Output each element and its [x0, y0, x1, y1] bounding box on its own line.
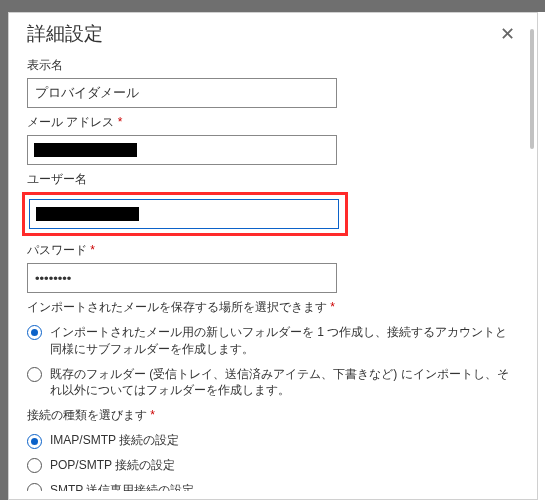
- radio-icon: [27, 325, 42, 340]
- store-option-label: インポートされたメール用の新しいフォルダーを 1 つ作成し、接続するアカウントと…: [50, 324, 519, 358]
- username-input[interactable]: [29, 199, 339, 229]
- conn-option-pop[interactable]: POP/SMTP 接続の設定: [27, 457, 519, 474]
- password-label: パスワード: [27, 242, 519, 259]
- scrollbar[interactable]: [530, 29, 534, 149]
- highlight-annotation: [22, 192, 348, 236]
- radio-icon: [27, 458, 42, 473]
- store-option-new-folder[interactable]: インポートされたメール用の新しいフォルダーを 1 つ作成し、接続するアカウントと…: [27, 324, 519, 358]
- panel-title: 詳細設定: [27, 21, 103, 47]
- conn-option-label: IMAP/SMTP 接続の設定: [50, 432, 519, 449]
- conn-option-imap[interactable]: IMAP/SMTP 接続の設定: [27, 432, 519, 449]
- modal-panel: 詳細設定 ✕ 表示名 メール アドレス ユーザー名 パスワード インポートされた…: [8, 12, 538, 500]
- connection-type-label: 接続の種類を選びます: [27, 407, 519, 424]
- display-name-input[interactable]: [27, 78, 337, 108]
- store-option-label: 既存のフォルダー (受信トレイ、送信済みアイテム、下書きなど) にインポートし、…: [50, 366, 519, 400]
- password-input[interactable]: [27, 263, 337, 293]
- email-input[interactable]: [27, 135, 337, 165]
- username-label: ユーザー名: [27, 171, 519, 188]
- store-location-label: インポートされたメールを保存する場所を選択できます: [27, 299, 519, 316]
- store-option-existing-folder[interactable]: 既存のフォルダー (受信トレイ、送信済みアイテム、下書きなど) にインポートし、…: [27, 366, 519, 400]
- display-name-label: 表示名: [27, 57, 519, 74]
- conn-option-label: POP/SMTP 接続の設定: [50, 457, 519, 474]
- radio-icon: [27, 367, 42, 382]
- email-label: メール アドレス: [27, 114, 519, 131]
- radio-icon: [27, 434, 42, 449]
- close-icon[interactable]: ✕: [496, 25, 519, 43]
